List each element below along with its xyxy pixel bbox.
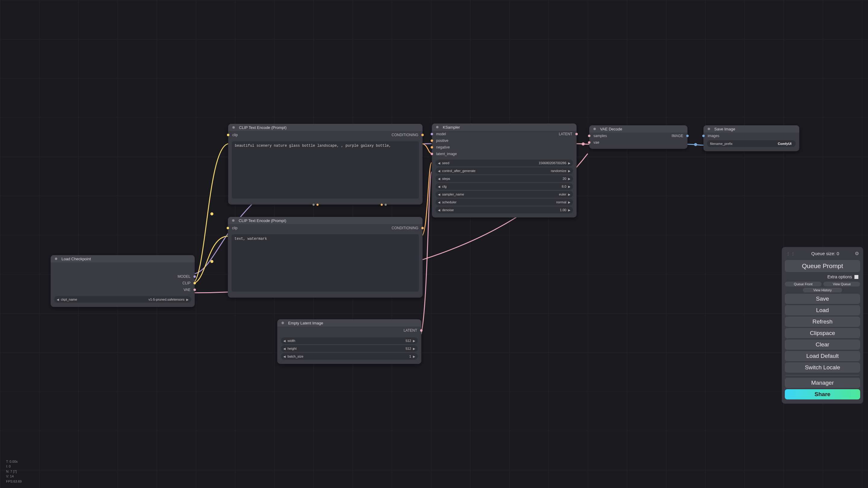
chevron-left-icon[interactable]: ◀ <box>438 177 440 181</box>
collapse-dot-icon[interactable] <box>708 128 710 130</box>
node-empty-latent[interactable]: Empty Latent Image LATENT ◀ width 512 ▶ … <box>277 319 421 364</box>
input-clip-port[interactable] <box>227 227 229 229</box>
denoise-widget[interactable]: ◀ denoise 1.00 ▶ <box>435 207 573 213</box>
load-default-button[interactable]: Load Default <box>785 351 860 361</box>
clear-button[interactable]: Clear <box>785 339 860 350</box>
input-negative-port[interactable] <box>431 146 433 149</box>
collapse-dot-icon[interactable] <box>232 219 235 222</box>
input-clip-port[interactable] <box>227 134 229 136</box>
node-header[interactable]: VAE Decode <box>589 125 687 133</box>
save-button[interactable]: Save <box>785 294 860 304</box>
filename-prefix-widget[interactable]: filename_prefix ComfyUI <box>707 140 796 147</box>
chevron-right-icon[interactable]: ▶ <box>568 208 570 212</box>
chevron-left-icon[interactable]: ◀ <box>283 339 286 343</box>
gear-icon[interactable]: ⚙ <box>855 251 859 256</box>
switch-locale-button[interactable]: Switch Locale <box>785 362 860 372</box>
node-load-checkpoint[interactable]: Load Checkpoint MODEL CLIP VAE ◀ ckpt_na… <box>51 255 195 307</box>
node-header[interactable]: CLIP Text Encode (Prompt) <box>228 217 423 224</box>
node-title: CLIP Text Encode (Prompt) <box>239 125 287 130</box>
node-clip-negative[interactable]: CLIP Text Encode (Prompt) clip CONDITION… <box>228 217 423 298</box>
share-button[interactable]: Share <box>785 389 860 399</box>
node-header[interactable]: Save Image <box>704 125 799 133</box>
input-vae-port[interactable] <box>588 141 590 144</box>
output-vae-port[interactable] <box>193 289 196 291</box>
output-latent-port[interactable] <box>575 133 578 135</box>
seed-widget[interactable]: ◀ seed 156680208700286 ▶ <box>435 160 573 166</box>
manager-button[interactable]: Manager <box>785 378 860 388</box>
resize-handle[interactable] <box>313 204 387 206</box>
node-header[interactable]: CLIP Text Encode (Prompt) <box>228 124 423 131</box>
chevron-right-icon[interactable]: ▶ <box>568 177 570 181</box>
clipspace-button[interactable]: Clipspace <box>785 328 860 338</box>
drag-handle-icon[interactable]: ⋮⋮ <box>786 251 796 256</box>
batch-widget[interactable]: ◀ batch_size 1 ▶ <box>281 353 418 360</box>
chevron-right-icon[interactable]: ▶ <box>413 355 415 358</box>
stats-v: V: 14 <box>6 474 22 479</box>
input-positive-port[interactable] <box>431 139 433 142</box>
collapse-dot-icon[interactable] <box>281 322 284 324</box>
width-value: 512 <box>299 339 411 343</box>
chevron-left-icon[interactable]: ◀ <box>438 161 440 165</box>
output-cond-port[interactable] <box>421 227 424 229</box>
width-label: width <box>287 339 296 343</box>
input-images-label: images <box>708 134 719 138</box>
input-images-port[interactable] <box>702 135 705 137</box>
chevron-left-icon[interactable]: ◀ <box>283 347 286 350</box>
prompt-textarea[interactable]: text, watermark <box>231 234 419 292</box>
input-model-port[interactable] <box>431 133 433 135</box>
output-cond-port[interactable] <box>421 134 424 136</box>
chevron-left-icon[interactable]: ◀ <box>283 355 286 358</box>
chevron-right-icon[interactable]: ▶ <box>568 201 570 204</box>
output-clip-port[interactable] <box>193 282 196 284</box>
control-panel[interactable]: ⋮⋮ Queue size: 0 ⚙ Queue Prompt Extra op… <box>782 247 863 404</box>
chevron-left-icon[interactable]: ◀ <box>438 185 440 188</box>
chevron-left-icon[interactable]: ◀ <box>438 169 440 173</box>
chevron-left-icon[interactable]: ◀ <box>438 201 440 204</box>
cfg-widget[interactable]: ◀ cfg 8.0 ▶ <box>435 183 573 190</box>
load-button[interactable]: Load <box>785 305 860 315</box>
input-positive-label: positive <box>436 138 448 143</box>
chevron-right-icon[interactable]: ▶ <box>568 193 570 196</box>
node-header[interactable]: KSampler <box>432 124 577 131</box>
chevron-right-icon[interactable]: ▶ <box>186 298 189 301</box>
input-samples-label: samples <box>593 134 607 138</box>
chevron-left-icon[interactable]: ◀ <box>438 193 440 196</box>
output-cond-label: CONDITIONING <box>392 133 418 137</box>
output-image-port[interactable] <box>686 135 689 137</box>
chevron-right-icon[interactable]: ▶ <box>568 185 570 188</box>
chevron-right-icon[interactable]: ▶ <box>568 169 570 173</box>
width-widget[interactable]: ◀ width 512 ▶ <box>281 337 418 344</box>
scheduler-widget[interactable]: ◀ scheduler normal ▶ <box>435 199 573 205</box>
chevron-right-icon[interactable]: ▶ <box>413 347 415 350</box>
collapse-dot-icon[interactable] <box>593 128 596 130</box>
chevron-left-icon[interactable]: ◀ <box>57 298 59 301</box>
extra-options-checkbox[interactable] <box>855 275 858 279</box>
ckpt-name-widget[interactable]: ◀ ckpt_name v1-5-pruned.safetensors ▶ <box>54 296 191 303</box>
queue-prompt-button[interactable]: Queue Prompt <box>785 260 860 272</box>
view-queue-button[interactable]: View Queue <box>824 282 860 287</box>
prompt-textarea[interactable]: beautiful scenery nature glass bottle la… <box>232 141 419 198</box>
steps-widget[interactable]: ◀ steps 20 ▶ <box>435 175 573 182</box>
node-vae-decode[interactable]: VAE Decode samples IMAGE vae <box>589 125 687 149</box>
input-latent-port[interactable] <box>431 153 433 155</box>
view-history-button[interactable]: View History <box>803 288 842 293</box>
chevron-right-icon[interactable]: ▶ <box>568 161 570 165</box>
node-clip-positive[interactable]: CLIP Text Encode (Prompt) clip CONDITION… <box>228 124 423 204</box>
collapse-dot-icon[interactable] <box>436 126 438 128</box>
node-save-image[interactable]: Save Image images filename_prefix ComfyU… <box>704 125 799 151</box>
output-latent-port[interactable] <box>420 329 423 332</box>
queue-front-button[interactable]: Queue Front <box>785 282 822 287</box>
collapse-dot-icon[interactable] <box>232 126 235 129</box>
chevron-left-icon[interactable]: ◀ <box>438 208 440 212</box>
input-samples-port[interactable] <box>588 135 590 137</box>
sampler-widget[interactable]: ◀ sampler_name euler ▶ <box>435 191 573 198</box>
cag-widget[interactable]: ◀ control_after_generate randomize ▶ <box>435 167 573 174</box>
output-model-port[interactable] <box>193 275 196 278</box>
node-header[interactable]: Load Checkpoint <box>51 255 195 262</box>
chevron-right-icon[interactable]: ▶ <box>413 339 415 343</box>
collapse-dot-icon[interactable] <box>55 258 57 260</box>
height-widget[interactable]: ◀ height 512 ▶ <box>281 345 418 352</box>
refresh-button[interactable]: Refresh <box>785 317 860 327</box>
node-ksampler[interactable]: KSampler model LATENT positive negative … <box>432 124 577 218</box>
node-header[interactable]: Empty Latent Image <box>277 319 421 327</box>
